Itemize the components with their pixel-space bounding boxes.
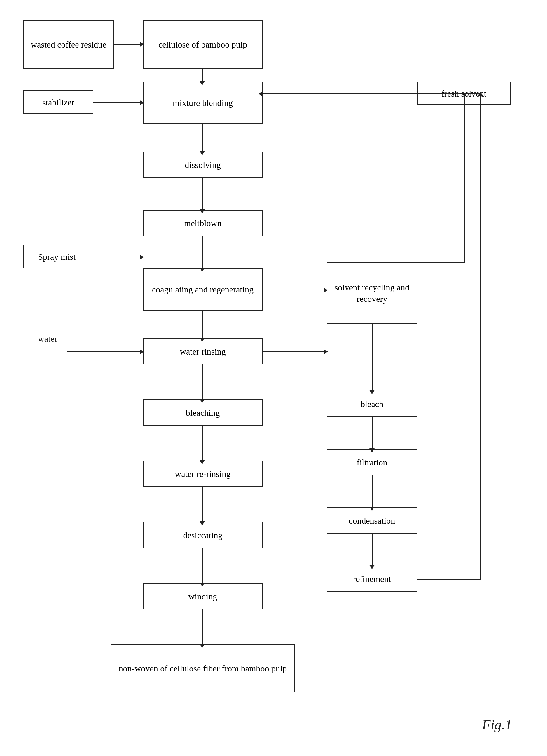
- fig-label: Fig.1: [482, 717, 512, 733]
- line-condensation-to-refinement: [372, 534, 373, 566]
- line-right-vertical-rail: [481, 93, 481, 580]
- line-waterrinsing-to-solvent: [262, 351, 328, 352]
- line-dissolving-to-meltblown: [202, 178, 203, 211]
- box-winding: winding: [143, 583, 262, 609]
- box-dissolving: dissolving: [143, 152, 262, 178]
- box-mixture-blending: mixture blending: [143, 82, 262, 124]
- arrow-coagulating-to-solvent: [324, 287, 328, 293]
- box-cellulose-bamboo: cellulose of bamboo pulp: [143, 20, 262, 69]
- box-filtration: filtration: [327, 449, 417, 475]
- arrow-coagulating-to-waterrinsing: [199, 338, 205, 342]
- arrow-bleach-to-filtration: [369, 448, 375, 452]
- line-water-to-waterrinsing: [67, 351, 144, 352]
- line-coffee-to-cellulose: [114, 44, 144, 45]
- arrow-right-to-freshsolvent: [478, 92, 483, 96]
- line-right-bottom-h: [417, 262, 465, 263]
- line-right-up: [464, 93, 465, 263]
- arrow-coffee-to-cellulose: [140, 42, 144, 47]
- box-wasted-coffee: wasted coffee residue: [23, 20, 114, 69]
- arrow-waterrinsing-to-bleaching: [199, 399, 205, 403]
- line-desiccating-to-winding: [202, 548, 203, 584]
- arrow-freshsolvent-to-mixture: [258, 91, 262, 97]
- line-meltblown-to-coagulating: [202, 236, 203, 269]
- box-bleach: bleach: [327, 391, 417, 417]
- line-bleach-to-filtration: [372, 417, 373, 450]
- line-refinement-right-h: [417, 579, 481, 580]
- box-solvent-recycling: solvent recycling and recovery: [327, 262, 417, 324]
- box-coagulating: coagulating and regenerating: [143, 268, 262, 311]
- line-bleaching-to-waterrerinsing: [202, 426, 203, 461]
- box-stabilizer: stabilizer: [23, 90, 93, 114]
- line-stabilizer-to-mixture: [93, 102, 144, 103]
- box-water-rinsing: water rinsing: [143, 338, 262, 364]
- arrow-solvent-to-bleach: [369, 390, 375, 394]
- box-condensation: condensation: [327, 507, 417, 534]
- line-filtration-to-condensation: [372, 475, 373, 508]
- arrow-winding-to-nonwoven: [199, 644, 205, 648]
- arrow-bleaching-to-waterrerinsing: [199, 460, 205, 464]
- arrow-meltblown-to-coagulating: [199, 268, 205, 272]
- line-coagulating-to-solvent: [262, 290, 328, 290]
- line-solvent-to-bleach: [372, 324, 373, 391]
- arrow-dissolving-to-meltblown: [199, 209, 205, 213]
- box-refinement: refinement: [327, 566, 417, 592]
- line-waterrinsing-to-bleaching: [202, 364, 203, 400]
- arrow-desiccating-to-winding: [199, 583, 205, 587]
- diagram: wasted coffee residue cellulose of bambo…: [0, 0, 547, 756]
- arrow-waterrinsing-to-solvent: [324, 349, 328, 355]
- box-nonwoven: non-woven of cellulose fiber from bamboo…: [111, 644, 295, 692]
- arrow-condensation-to-refinement: [369, 565, 375, 569]
- line-coagulating-to-waterrinsing: [202, 311, 203, 339]
- arrow-filtration-to-condensation: [369, 507, 375, 511]
- line-freshsolvent-to-mixture: [262, 93, 418, 94]
- arrow-cellulose-to-mixture: [199, 81, 205, 85]
- arrow-mixture-to-dissolving: [199, 151, 205, 155]
- line-cellulose-to-mixture: [202, 69, 203, 82]
- arrow-stabilizer-to-mixture: [140, 100, 144, 105]
- line-right-rail-to-freshsolvent: [417, 93, 481, 94]
- line-mixture-to-dissolving: [202, 124, 203, 152]
- box-desiccating: desiccating: [143, 522, 262, 548]
- line-waterrerinsing-to-desiccating: [202, 487, 203, 522]
- box-meltblown: meltblown: [143, 210, 262, 236]
- arrow-water-to-waterrinsing: [140, 349, 144, 355]
- arrow-spraymist-to-coagulating: [140, 255, 144, 260]
- arrow-waterrerinsing-to-desiccating: [199, 521, 205, 525]
- label-water: water: [38, 334, 57, 344]
- box-water-rerinsing: water re-rinsing: [143, 461, 262, 487]
- line-winding-to-nonwoven: [202, 609, 203, 645]
- box-bleaching: bleaching: [143, 399, 262, 426]
- line-spraymist-to-coagulating: [90, 257, 144, 257]
- box-spray-mist: Spray mist: [23, 245, 90, 268]
